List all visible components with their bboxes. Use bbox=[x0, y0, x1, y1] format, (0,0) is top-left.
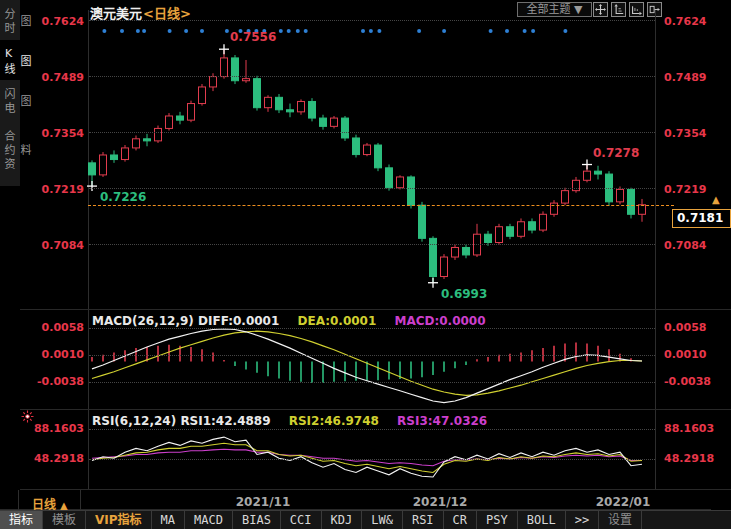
macd-label-left: -0.0038 bbox=[18, 375, 84, 388]
toolbar-item-3[interactable]: VIP指标 bbox=[86, 511, 152, 529]
sidebar-tab-2[interactable]: K线图 bbox=[0, 40, 20, 80]
price-label-right: 0.7489 bbox=[664, 71, 730, 84]
price-label-right: 0.7624 bbox=[664, 15, 730, 28]
rsi-label-left: 48.2918 bbox=[18, 452, 84, 465]
toolbar-item-1[interactable]: 指标 bbox=[0, 511, 43, 529]
macd-header: MACD(26,12,9) DIFF:0.0001 DEA:0.0001 MAC… bbox=[92, 314, 500, 328]
svg-text:0.6993: 0.6993 bbox=[441, 287, 487, 301]
macd-label-right: 0.0058 bbox=[664, 321, 730, 334]
rsi-label-right: 88.1603 bbox=[664, 422, 730, 435]
sidebar-tab-3[interactable]: 闪电图 bbox=[0, 80, 20, 120]
svg-text:0.7278: 0.7278 bbox=[593, 146, 639, 160]
svg-text:0.7556: 0.7556 bbox=[230, 30, 276, 44]
current-price-line bbox=[88, 205, 674, 206]
sidebar-tab-1[interactable]: 分时图 bbox=[0, 0, 20, 40]
toolbar-item-14[interactable]: >> bbox=[566, 511, 599, 529]
rsi-header: RSI(6,12,24) RSI1:42.4889 RSI2:46.9748 R… bbox=[92, 414, 501, 428]
macd-label-right: 0.0010 bbox=[664, 348, 730, 361]
gridline bbox=[89, 76, 655, 77]
gridline bbox=[89, 459, 655, 460]
price-label-right: 0.7219 bbox=[664, 183, 730, 196]
toolbar-item-9[interactable]: LW& bbox=[362, 511, 403, 529]
rsi-label-left: 88.1603 bbox=[18, 422, 84, 435]
rsi-panel-separator bbox=[20, 409, 731, 410]
toolbar-item-4[interactable]: MA bbox=[152, 511, 185, 529]
price-label-left: 0.7084 bbox=[18, 239, 84, 252]
trading-app-window: 分时图K线图闪电图合约资料 澳元美元<日线> 全部主题 ▼ bbox=[0, 0, 731, 529]
macd-label-left: 0.0010 bbox=[18, 348, 84, 361]
toolbar-item-13[interactable]: BOLL bbox=[518, 511, 566, 529]
date-label: 2021/12 bbox=[409, 495, 471, 509]
gridline bbox=[89, 188, 655, 189]
price-label-right: 0.7084 bbox=[664, 239, 730, 252]
plot-right-border bbox=[655, 10, 656, 490]
macd-macd-value: MACD:0.0000 bbox=[394, 314, 485, 328]
toolbar-item-10[interactable]: RSI bbox=[403, 511, 444, 529]
gridline bbox=[89, 429, 655, 430]
gridline bbox=[89, 244, 655, 245]
gridline bbox=[89, 132, 655, 133]
chart-type-sidebar: 分时图K线图闪电图合约资料 bbox=[0, 0, 20, 186]
macd-params: MACD(26,12,9) DIFF:0.0001 bbox=[92, 314, 279, 328]
svg-text:0.7226: 0.7226 bbox=[100, 190, 146, 204]
rsi2-value: RSI2:46.9748 bbox=[289, 414, 379, 428]
price-label-left: 0.7354 bbox=[18, 127, 84, 140]
axis-row-divider2 bbox=[80, 490, 81, 510]
gridline bbox=[89, 382, 655, 383]
indicator-toolbar: 指标模板VIP指标MAMACDBIASCCIKDJLW&RSICRPSYBOLL… bbox=[0, 510, 731, 529]
toolbar-item-15[interactable]: 设置 bbox=[599, 511, 642, 529]
macd-label-right: -0.0038 bbox=[664, 375, 730, 388]
date-label: 2021/11 bbox=[232, 495, 294, 509]
axis-row-separator bbox=[20, 489, 731, 490]
toolbar-item-2[interactable]: 模板 bbox=[43, 511, 86, 529]
toolbar-item-5[interactable]: MACD bbox=[185, 511, 233, 529]
current-price-box: 0.7181 bbox=[672, 209, 731, 228]
gridline bbox=[89, 20, 655, 21]
sidebar-tab-4[interactable]: 合约资料 bbox=[0, 120, 20, 178]
macd-label-left: 0.0058 bbox=[18, 321, 84, 334]
toolbar-item-8[interactable]: KDJ bbox=[322, 511, 363, 529]
candlestick-chart[interactable]: 0.72260.75560.69930.7278 bbox=[88, 10, 655, 308]
toolbar-item-6[interactable]: BIAS bbox=[233, 511, 281, 529]
price-label-left: 0.7489 bbox=[18, 71, 84, 84]
toolbar-item-12[interactable]: PSY bbox=[477, 511, 518, 529]
gridline bbox=[89, 328, 655, 329]
toolbar-item-7[interactable]: CCI bbox=[281, 511, 322, 529]
gridline bbox=[89, 355, 655, 356]
rsi-params: RSI(6,12,24) RSI1:42.4889 bbox=[92, 414, 271, 428]
axis-row-divider bbox=[18, 490, 19, 510]
price-label-right: 0.7354 bbox=[664, 127, 730, 140]
date-label: 2022/01 bbox=[592, 495, 654, 509]
rsi-label-right: 48.2918 bbox=[664, 452, 730, 465]
toolbar-item-11[interactable]: CR bbox=[444, 511, 477, 529]
price-label-left: 0.7219 bbox=[18, 183, 84, 196]
macd-panel-separator bbox=[20, 309, 731, 310]
rsi3-value: RSI3:47.0326 bbox=[397, 414, 487, 428]
price-label-left: 0.7624 bbox=[18, 15, 84, 28]
macd-dea-value: DEA:0.0001 bbox=[298, 314, 377, 328]
